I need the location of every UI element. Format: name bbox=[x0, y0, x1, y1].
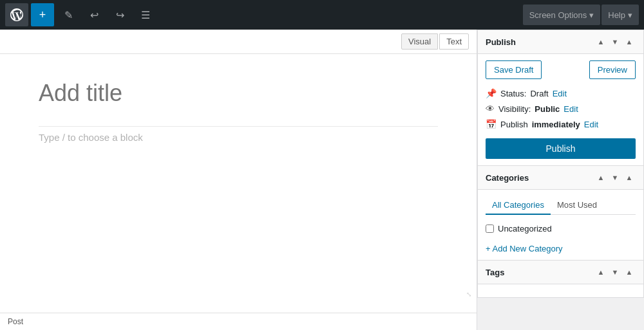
publish-panel-header: Publish ▲ ▼ ▲ bbox=[478, 30, 643, 54]
editor-footer: Post bbox=[0, 313, 477, 330]
tags-panel-header: Tags ▲ ▼ ▲ bbox=[478, 261, 643, 284]
block-placeholder[interactable]: Type / to choose a block bbox=[39, 126, 438, 148]
categories-panel-collapse-button[interactable]: ▲ bbox=[623, 171, 636, 184]
categories-panel-title: Categories bbox=[486, 173, 529, 183]
post-type-label: Post bbox=[8, 317, 23, 326]
editor-area: Visual Text Type / to choose a block ⤡ P… bbox=[0, 30, 477, 330]
undo-icon: ↩ bbox=[90, 9, 99, 21]
publish-time-value: immediately bbox=[532, 120, 580, 129]
status-item: 📌 Status: Draft Edit bbox=[486, 86, 636, 101]
tags-panel-title: Tags bbox=[486, 268, 504, 277]
sidebar: Publish ▲ ▼ ▲ Save Draft Preview bbox=[477, 30, 644, 330]
publish-time-edit-link[interactable]: Edit bbox=[584, 120, 598, 129]
publish-action-buttons: Save Draft Preview bbox=[486, 60, 636, 79]
publish-time-label: Publish bbox=[500, 120, 528, 129]
list-icon: ☰ bbox=[141, 9, 150, 21]
editor-content: Type / to choose a block bbox=[0, 54, 477, 297]
publish-panel-collapse-button[interactable]: ▲ bbox=[623, 35, 636, 48]
status-edit-link[interactable]: Edit bbox=[553, 89, 567, 98]
visibility-item: 👁 Visibility: Public Edit bbox=[486, 101, 636, 116]
visibility-value: Public bbox=[535, 104, 560, 114]
categories-panel-up-button[interactable]: ▲ bbox=[594, 171, 607, 184]
publish-panel-up-button[interactable]: ▲ bbox=[594, 35, 607, 48]
tags-panel: Tags ▲ ▼ ▲ bbox=[477, 261, 644, 298]
preview-button[interactable]: Preview bbox=[589, 60, 636, 79]
tags-panel-controls: ▲ ▼ ▲ bbox=[594, 266, 636, 279]
tab-visual[interactable]: Visual bbox=[401, 33, 438, 50]
publish-meta-list: 📌 Status: Draft Edit 👁 Visibility: Publi… bbox=[486, 86, 636, 132]
publish-button[interactable]: Publish bbox=[486, 138, 636, 159]
redo-button[interactable]: ↪ bbox=[108, 3, 131, 26]
categories-panel-controls: ▲ ▼ ▲ bbox=[594, 171, 636, 184]
categories-panel-body: All Categories Most Used Uncategorized +… bbox=[478, 190, 643, 260]
add-new-category-link[interactable]: + Add New Category bbox=[486, 244, 563, 253]
editor-resize-area: ⤡ bbox=[0, 297, 477, 313]
help-button[interactable]: Help ▾ bbox=[601, 5, 639, 25]
plus-icon: + bbox=[39, 8, 46, 22]
tags-panel-up-button[interactable]: ▲ bbox=[594, 266, 607, 279]
status-icon: 📌 bbox=[486, 88, 497, 98]
categories-tabs: All Categories Most Used bbox=[486, 196, 636, 215]
publish-panel: Publish ▲ ▼ ▲ Save Draft Preview bbox=[477, 30, 644, 166]
chevron-down-icon: ▾ bbox=[589, 10, 594, 20]
top-bar-right: Screen Options ▾ Help ▾ bbox=[523, 5, 639, 25]
categories-list: Uncategorized bbox=[486, 221, 636, 236]
publish-panel-body: Save Draft Preview 📌 Status: Draft Edit bbox=[478, 54, 643, 165]
top-bar-left: + ✎ ↩ ↪ ☰ bbox=[5, 3, 157, 26]
categories-panel: Categories ▲ ▼ ▲ All Categories Most Use… bbox=[477, 166, 644, 261]
edit-button[interactable]: ✎ bbox=[57, 3, 80, 26]
publish-time-item: 📅 Publish immediately Edit bbox=[486, 116, 636, 132]
undo-button[interactable]: ↩ bbox=[82, 3, 106, 26]
add-block-button[interactable]: + bbox=[31, 3, 54, 26]
uncategorized-checkbox[interactable] bbox=[486, 225, 494, 233]
help-label: Help bbox=[608, 10, 625, 20]
list-item: Uncategorized bbox=[486, 221, 636, 236]
list-view-button[interactable]: ☰ bbox=[134, 3, 157, 26]
editor-toolbar: Visual Text bbox=[0, 30, 477, 54]
categories-panel-header: Categories ▲ ▼ ▲ bbox=[478, 166, 643, 190]
tab-all-categories[interactable]: All Categories bbox=[486, 196, 551, 215]
top-bar: + ✎ ↩ ↪ ☰ Screen Options ▾ Help ▾ bbox=[0, 0, 644, 30]
resize-handle[interactable]: ⤡ bbox=[466, 291, 474, 298]
tags-panel-collapse-button[interactable]: ▲ bbox=[623, 266, 636, 279]
wp-logo[interactable] bbox=[5, 3, 28, 26]
visibility-icon: 👁 bbox=[486, 104, 495, 114]
tab-most-used[interactable]: Most Used bbox=[551, 196, 603, 215]
tab-text[interactable]: Text bbox=[439, 33, 469, 50]
redo-icon: ↪ bbox=[116, 9, 124, 21]
publish-panel-down-button[interactable]: ▼ bbox=[609, 35, 621, 48]
help-chevron-icon: ▾ bbox=[628, 10, 632, 20]
status-label: Status: bbox=[500, 89, 526, 98]
save-draft-button[interactable]: Save Draft bbox=[486, 60, 542, 79]
uncategorized-label[interactable]: Uncategorized bbox=[498, 224, 552, 234]
screen-options-button[interactable]: Screen Options ▾ bbox=[523, 5, 601, 25]
visibility-edit-link[interactable]: Edit bbox=[564, 104, 578, 114]
wp-logo-icon bbox=[10, 8, 23, 21]
visibility-label: Visibility: bbox=[498, 104, 531, 114]
publish-panel-controls: ▲ ▼ ▲ bbox=[594, 35, 636, 48]
edit-icon: ✎ bbox=[64, 9, 73, 21]
tags-panel-body bbox=[478, 284, 643, 297]
tags-panel-down-button[interactable]: ▼ bbox=[609, 266, 621, 279]
categories-panel-down-button[interactable]: ▼ bbox=[609, 171, 621, 184]
status-value: Draft bbox=[530, 89, 548, 98]
main-layout: Visual Text Type / to choose a block ⤡ P… bbox=[0, 30, 644, 330]
publish-panel-title: Publish bbox=[486, 37, 516, 47]
title-input[interactable] bbox=[39, 80, 438, 107]
screen-options-label: Screen Options bbox=[529, 10, 587, 20]
calendar-icon: 📅 bbox=[486, 119, 497, 129]
